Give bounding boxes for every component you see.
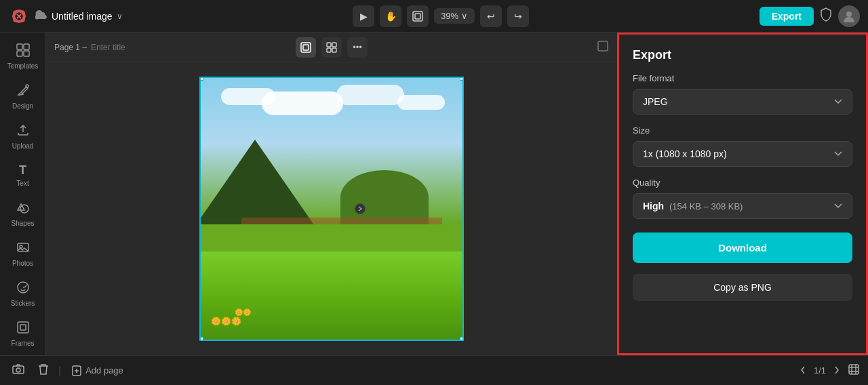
- title-area: Untitled image ∨: [35, 10, 123, 22]
- svg-rect-13: [301, 43, 311, 52]
- zoom-value: 39%: [441, 11, 458, 21]
- cloud3: [336, 85, 404, 105]
- svg-rect-0: [413, 12, 422, 21]
- cloud-icon: [35, 10, 47, 22]
- svg-point-7: [26, 85, 28, 87]
- canvas-content[interactable]: 🌼🌼🌼 🌼🌼: [46, 62, 617, 355]
- sidebar-photos-label: Photos: [12, 260, 33, 267]
- hill-right: [340, 170, 429, 224]
- document-title[interactable]: Untitled image: [52, 11, 113, 22]
- svg-rect-17: [327, 48, 331, 52]
- cloud4: [397, 95, 445, 110]
- svg-rect-18: [332, 48, 336, 52]
- svg-point-21: [16, 368, 20, 372]
- add-page-camera-button[interactable]: [8, 361, 28, 380]
- handle-tl[interactable]: [199, 77, 203, 81]
- copy-png-button[interactable]: Copy as PNG: [633, 274, 852, 301]
- canvas-screen-icon[interactable]: [597, 40, 609, 55]
- frame-bottom-icon[interactable]: [848, 363, 860, 378]
- main-area: Templates Design Upload T Text: [0, 33, 868, 355]
- size-select[interactable]: 1x (1080 x 1080 px): [633, 141, 852, 167]
- foreground: [201, 251, 462, 340]
- topbar-right: Export: [760, 5, 860, 27]
- sidebar-item-stickers[interactable]: Stickers: [4, 275, 42, 312]
- title-chevron-icon[interactable]: ∨: [117, 12, 123, 21]
- page-number: Page 1 –: [54, 43, 87, 52]
- svg-rect-19: [598, 41, 608, 51]
- canvas-grid-tool[interactable]: [321, 37, 342, 58]
- svg-rect-23: [849, 365, 859, 374]
- svg-rect-11: [18, 322, 28, 333]
- svg-rect-6: [24, 51, 29, 56]
- design-icon: [16, 83, 30, 100]
- size-section: Size 1x (1080 x 1080 px): [633, 125, 852, 167]
- canvas-toolbar: Page 1 – •••: [46, 33, 617, 62]
- svg-rect-12: [20, 325, 26, 330]
- size-value: 1x (1080 x 1080 px): [643, 148, 727, 159]
- svg-point-2: [846, 12, 852, 17]
- zoom-chevron-icon: ∨: [461, 11, 468, 21]
- collapse-panel-handle[interactable]: [355, 203, 366, 214]
- size-chevron-icon: [834, 149, 842, 159]
- image-frame[interactable]: 🌼🌼🌼 🌼🌼: [199, 77, 464, 341]
- frame-tool-button[interactable]: [407, 5, 429, 27]
- mountain-left: [201, 140, 316, 228]
- app-logo[interactable]: [8, 5, 30, 27]
- avatar[interactable]: [838, 5, 860, 27]
- upload-icon: [16, 123, 30, 140]
- sidebar-templates-label: Templates: [7, 62, 39, 70]
- next-page-button[interactable]: [830, 363, 844, 379]
- sidebar-item-text[interactable]: T Text: [4, 158, 42, 192]
- sidebar-item-frames[interactable]: Frames: [4, 315, 42, 352]
- sidebar-item-shapes[interactable]: Shapes: [4, 195, 42, 232]
- export-panel-title: Export: [633, 48, 852, 62]
- file-format-select[interactable]: JPEG: [633, 89, 852, 115]
- svg-rect-5: [17, 51, 22, 56]
- page-title-input[interactable]: [91, 43, 193, 52]
- quality-label: Quality: [633, 178, 852, 188]
- export-button[interactable]: Export: [760, 7, 814, 26]
- file-format-chevron-icon: [834, 97, 842, 106]
- size-label: Size: [633, 125, 852, 136]
- sidebar-item-templates[interactable]: Templates: [4, 38, 42, 75]
- select-tool-button[interactable]: ▶: [353, 5, 374, 27]
- undo-button[interactable]: ↩: [480, 5, 502, 27]
- sidebar-item-photos[interactable]: Photos: [4, 235, 42, 272]
- templates-icon: [16, 43, 30, 60]
- shield-icon[interactable]: [819, 7, 833, 25]
- canvas-area: Page 1 – •••: [46, 33, 617, 355]
- bottom-right: 1/1: [796, 363, 860, 379]
- sidebar: Templates Design Upload T Text: [0, 33, 46, 355]
- prev-page-button[interactable]: [796, 363, 810, 379]
- add-page-label: Add page: [85, 365, 123, 376]
- sidebar-text-label: Text: [16, 180, 28, 187]
- hand-tool-button[interactable]: ✋: [380, 5, 401, 27]
- sidebar-item-design[interactable]: Design: [4, 78, 42, 115]
- handle-bl[interactable]: [199, 337, 203, 341]
- sidebar-frames-label: Frames: [12, 340, 35, 347]
- shapes-icon: [16, 201, 30, 218]
- bottom-divider: |: [58, 365, 61, 377]
- canvas-select-tool[interactable]: [296, 37, 316, 58]
- delete-button[interactable]: [34, 361, 53, 381]
- file-format-section: File format JPEG: [633, 73, 852, 115]
- file-format-value: JPEG: [643, 96, 668, 107]
- svg-rect-16: [332, 43, 336, 47]
- redo-button[interactable]: ↪: [507, 5, 529, 27]
- photos-icon: [16, 241, 30, 258]
- zoom-control[interactable]: 39% ∨: [434, 8, 475, 24]
- handle-br[interactable]: [460, 337, 464, 341]
- quality-select[interactable]: High (154 KB – 308 KB): [633, 193, 852, 219]
- file-format-label: File format: [633, 73, 852, 83]
- sidebar-item-upload[interactable]: Upload: [4, 118, 42, 155]
- topbar: Untitled image ∨ ▶ ✋ 39% ∨ ↩ ↪ Export: [0, 0, 868, 33]
- add-page-button[interactable]: Add page: [66, 363, 129, 379]
- canvas-more-tool[interactable]: •••: [347, 37, 368, 58]
- handle-tr[interactable]: [460, 77, 464, 81]
- svg-rect-15: [327, 43, 331, 47]
- download-button[interactable]: Download: [633, 232, 852, 263]
- svg-rect-4: [24, 44, 29, 49]
- stickers-icon: [16, 281, 30, 298]
- export-panel: Export File format JPEG Size 1x (1080 x …: [617, 33, 868, 355]
- canvas-image: 🌼🌼🌼 🌼🌼: [201, 78, 462, 340]
